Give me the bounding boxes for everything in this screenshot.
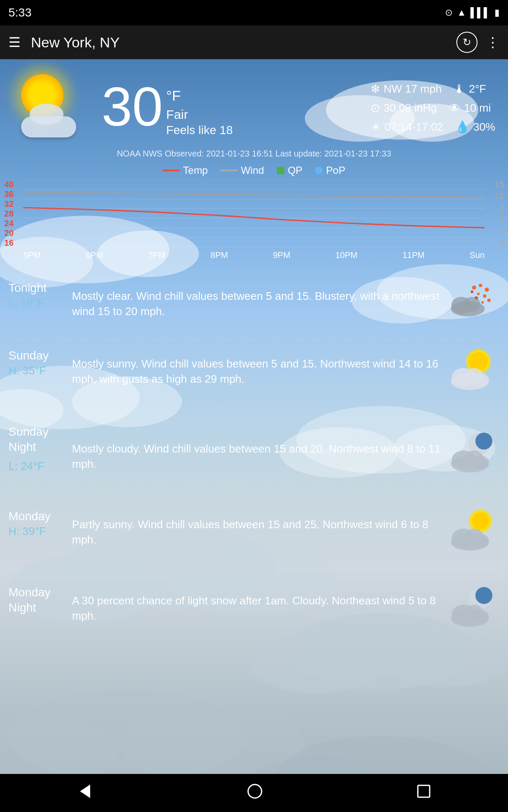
svg-point-38 [487, 299, 491, 302]
y-label-32: 32 [4, 199, 23, 209]
svg-rect-73 [418, 785, 430, 797]
feels-like: Feels like 18 [166, 123, 233, 137]
x-label-9pm: 9PM [273, 250, 290, 260]
weather-icon-area [13, 74, 97, 142]
legend-wind-label: Wind [241, 165, 264, 176]
legend-wind: Wind [221, 165, 264, 176]
current-weather: 30 °F Fair Feels like 18 ❄ NW 17 mph 🌡 2… [0, 59, 508, 144]
y-right-9: 9 [499, 203, 504, 213]
bottom-nav [0, 774, 508, 812]
svg-point-35 [485, 288, 489, 292]
y-right-3: 3 [499, 226, 504, 236]
sunday-night-weather-icon [449, 429, 495, 476]
svg-point-44 [464, 297, 480, 312]
y-label-16: 16 [4, 238, 23, 248]
sun-times-row: ☀ 07:14-17:02 💧 30% [370, 120, 495, 134]
legend-qp-label: QP [288, 165, 303, 176]
legend-qp: QP [277, 165, 303, 176]
refresh-icon[interactable]: ↻ [456, 32, 478, 53]
wind-value: NW 17 mph [384, 82, 442, 96]
city-title: New York, NY [31, 34, 456, 51]
wind-line-swatch [221, 170, 237, 171]
main-content: 30 °F Fair Feels like 18 ❄ NW 17 mph 🌡 2… [0, 59, 508, 787]
sun-times-value: 07:14-17:02 [384, 121, 443, 134]
wind-icon: ❄ [370, 82, 380, 96]
svg-point-41 [471, 291, 473, 293]
noaa-attribution: NOAA NWS Observed: 2021-01-23 16:51 Last… [0, 144, 508, 161]
y-axis-right: 15 12 9 6 3 0 [485, 180, 504, 247]
cloud-icon [13, 104, 85, 137]
y-right-6: 6 [499, 214, 504, 224]
svg-point-64 [472, 534, 489, 547]
sun-times-icon: ☀ [370, 120, 381, 134]
y-right-15: 15 [494, 180, 504, 189]
visibility-icon: 👁 [449, 101, 461, 115]
y-label-20: 20 [4, 228, 23, 238]
svg-point-33 [472, 285, 476, 290]
x-label-7pm: 7PM [148, 250, 166, 260]
y-label-40: 40 [4, 180, 23, 189]
svg-point-53 [475, 433, 492, 450]
chart-area: 40 36 32 28 24 20 16 15 12 9 6 3 0 [0, 180, 508, 273]
top-bar: ☰ New York, NY ↻ ⋮ [0, 25, 508, 59]
qp-dot-swatch [277, 167, 284, 174]
forecast-sunday-night-day: Sunday [8, 425, 500, 439]
weather-details: ❄ NW 17 mph 🌡 2°F ⊙ 30.08 inHg 👁 10 mi ☀… [370, 82, 495, 134]
svg-point-34 [479, 284, 482, 287]
pop-dot-swatch [315, 167, 323, 174]
recents-button[interactable] [403, 779, 444, 807]
status-time: 5:33 [8, 6, 32, 19]
forecast-sunday: Sunday H: 35°F Mostly sunny. Wind chill … [8, 340, 500, 417]
legend-pop-label: PoP [326, 165, 345, 176]
svg-point-66 [475, 587, 492, 604]
status-bar: 5:33 ⊙ ▲ ▌▌▌ ▮ [0, 0, 508, 25]
visibility-value: 10 mi [464, 102, 491, 115]
notification-icon: ⊙ [445, 7, 453, 18]
chart-legend: Temp Wind QP PoP [0, 161, 508, 180]
pressure-icon: ⊙ [370, 101, 380, 115]
humidity-value: 30% [473, 121, 495, 134]
x-label-10pm: 10PM [335, 250, 357, 260]
pressure-value: 30.08 inHg [384, 102, 437, 115]
svg-point-36 [483, 294, 486, 298]
svg-point-51 [472, 373, 489, 387]
x-label-8pm: 8PM [210, 250, 228, 260]
weather-desc: Fair [166, 107, 233, 122]
x-label-sun: Sun [469, 250, 485, 260]
x-label-5pm: 5PM [23, 250, 41, 260]
forecast-section: Tonight L: 19°F Mostly clear. Wind chill… [0, 273, 508, 645]
legend-temp: Temp [163, 165, 208, 176]
humidity-icon: 💧 [455, 120, 470, 134]
more-icon[interactable]: ⋮ [486, 34, 500, 50]
back-button[interactable] [64, 779, 106, 808]
home-button[interactable] [234, 779, 276, 808]
temp-area: 30 °F Fair Feels like 18 [102, 79, 233, 137]
x-axis-labels: 5PM 6PM 7PM 8PM 9PM 10PM 11PM Sun [23, 250, 485, 260]
status-icons: ⊙ ▲ ▌▌▌ ▮ [445, 7, 500, 18]
y-label-36: 36 [4, 189, 23, 199]
temperature-value: 30 [102, 79, 163, 134]
forecast-monday-night: Monday Night A 30 percent chance of ligh… [8, 577, 500, 645]
svg-point-37 [477, 293, 480, 295]
pressure-row: ⊙ 30.08 inHg 👁 10 mi [370, 101, 495, 115]
monday-night-weather-icon [449, 584, 495, 630]
dewpoint-icon: 🌡 [453, 82, 465, 96]
x-label-6pm: 6PM [86, 250, 103, 260]
svg-point-57 [472, 455, 489, 469]
dewpoint-value: 2°F [469, 82, 486, 96]
temp-line-swatch [163, 170, 179, 171]
temp-unit: °F [166, 88, 233, 104]
y-right-0: 0 [499, 238, 504, 247]
chart-svg [23, 180, 485, 247]
monday-weather-icon [449, 508, 495, 554]
legend-pop: PoP [315, 165, 345, 176]
y-label-24: 24 [4, 219, 23, 228]
menu-icon[interactable]: ☰ [8, 34, 21, 50]
x-label-11pm: 11PM [403, 250, 425, 260]
y-axis-left: 40 36 32 28 24 20 16 [4, 180, 23, 247]
svg-point-70 [472, 610, 489, 623]
tonight-weather-icon [449, 279, 495, 326]
svg-marker-71 [80, 785, 90, 798]
sunday-weather-icon [449, 347, 495, 393]
wind-row: ❄ NW 17 mph 🌡 2°F [370, 82, 495, 96]
